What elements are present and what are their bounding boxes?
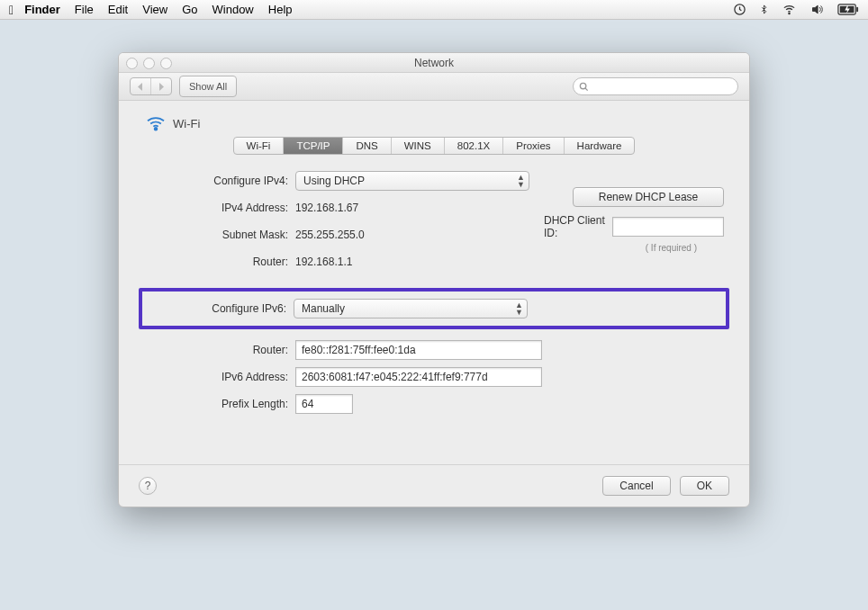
dhcp-client-id-hint: ( If required ) (544, 243, 724, 253)
menu-file[interactable]: File (75, 3, 94, 16)
help-button[interactable]: ? (139, 477, 157, 495)
value-router-v4: 192.168.1.1 (295, 256, 352, 268)
value-ipv4-address: 192.168.1.67 (295, 202, 358, 214)
minimize-icon[interactable] (143, 58, 155, 69)
dhcp-client-id-input[interactable] (612, 217, 724, 237)
chevron-updown-icon: ▲▼ (517, 174, 525, 188)
zoom-icon[interactable] (160, 58, 172, 69)
nav-back-forward[interactable] (130, 77, 172, 95)
tab-8021x[interactable]: 802.1X (445, 138, 503, 154)
configure-ipv4-select[interactable]: Using DHCP ▲▼ (295, 171, 529, 191)
label-ipv6-address: IPv6 Address: (144, 371, 295, 383)
tab-proxies[interactable]: Proxies (503, 138, 564, 154)
bottom-bar: ? Cancel OK (119, 464, 749, 507)
back-icon[interactable] (131, 78, 150, 94)
cancel-button[interactable]: Cancel (602, 476, 670, 496)
svg-point-1 (789, 13, 790, 13)
tab-tcpip[interactable]: TCP/IP (284, 138, 343, 154)
ipv6-address-input[interactable] (295, 367, 542, 387)
renew-dhcp-button[interactable]: Renew DHCP Lease (573, 187, 724, 207)
label-dhcp-client-id: DHCP Client ID: (544, 214, 607, 239)
toolbar-search[interactable] (573, 77, 738, 95)
menu-go[interactable]: Go (182, 3, 197, 16)
svg-point-5 (580, 83, 585, 88)
wifi-status-icon[interactable] (782, 3, 797, 16)
timemachine-icon[interactable] (733, 3, 746, 16)
forward-icon[interactable] (150, 78, 171, 94)
label-ipv4-address: IPv4 Address: (144, 202, 295, 214)
show-all-button[interactable]: Show All (179, 76, 237, 97)
configure-ipv6-select[interactable]: Manually ▲▼ (294, 299, 528, 318)
label-prefix-length: Prefix Length: (144, 398, 295, 410)
menu-app[interactable]: Finder (24, 3, 60, 16)
configure-ipv6-highlight: Configure IPv6: Manually ▲▼ (139, 288, 729, 329)
label-configure-ipv4: Configure IPv4: (144, 175, 295, 187)
battery-icon[interactable] (837, 4, 859, 15)
volume-icon[interactable] (809, 3, 825, 16)
value-subnet: 255.255.255.0 (295, 229, 365, 241)
configure-ipv4-value: Using DHCP (303, 175, 365, 187)
apple-menu-icon[interactable]:  (9, 3, 14, 17)
menubar:  Finder File Edit View Go Window Help (0, 0, 868, 20)
prefix-length-input[interactable] (295, 394, 353, 414)
menu-view[interactable]: View (142, 3, 167, 16)
chevron-updown-icon: ▲▼ (515, 301, 523, 316)
panel-header: Wi-Fi (144, 115, 724, 131)
window-title: Network (414, 57, 454, 69)
menu-edit[interactable]: Edit (108, 3, 128, 16)
tab-hardware[interactable]: Hardware (565, 138, 635, 154)
panel-name: Wi-Fi (173, 117, 200, 130)
label-router-v4: Router: (144, 256, 295, 268)
menu-window[interactable]: Window (212, 3, 254, 16)
tab-dns[interactable]: DNS (343, 138, 391, 154)
menu-help[interactable]: Help (268, 3, 293, 16)
tab-wifi[interactable]: Wi-Fi (234, 138, 285, 154)
wifi-icon (146, 115, 166, 131)
titlebar: Network (119, 53, 749, 73)
tabstrip: Wi-Fi TCP/IP DNS WINS 802.1X Proxies Har… (233, 137, 636, 155)
close-icon[interactable] (126, 58, 138, 69)
bluetooth-icon[interactable] (759, 3, 769, 16)
configure-ipv6-value: Manually (302, 302, 345, 315)
router-v6-input[interactable] (295, 340, 542, 360)
ok-button[interactable]: OK (680, 476, 729, 496)
toolbar: Show All (119, 73, 749, 101)
label-subnet: Subnet Mask: (144, 229, 295, 241)
svg-point-6 (155, 128, 158, 130)
label-configure-ipv6: Configure IPv6: (142, 302, 294, 315)
network-window: Network Show All Wi-Fi Wi-Fi TCP/IP (118, 52, 750, 507)
tab-wins[interactable]: WINS (392, 138, 445, 154)
label-router-v6: Router: (144, 344, 295, 356)
svg-rect-3 (856, 7, 858, 13)
